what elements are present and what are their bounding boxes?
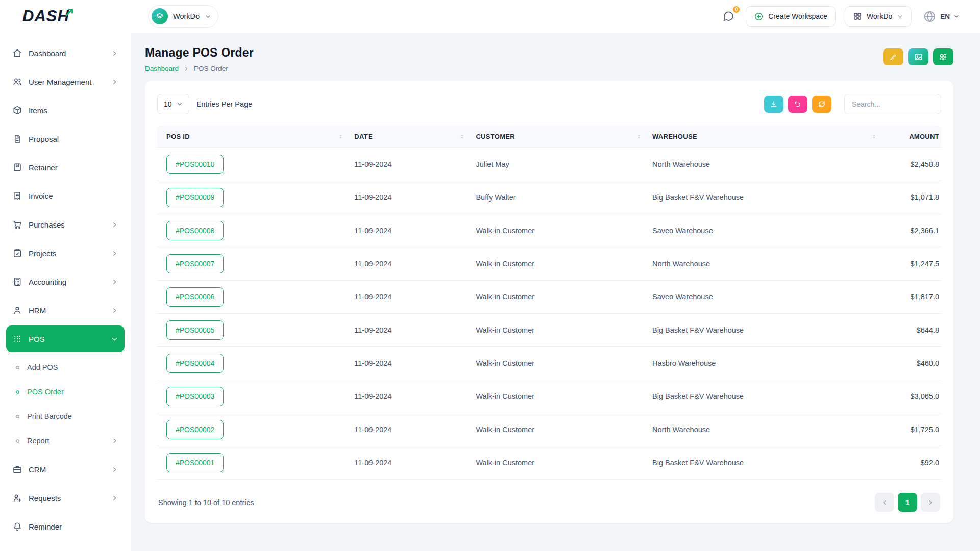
amount-cell: $1,725.0	[883, 413, 941, 446]
column-header-label: AMOUNT	[909, 133, 939, 140]
sidebar-item-proposal[interactable]: Proposal	[6, 126, 125, 152]
sidebar-subitem-add-pos[interactable]: Add POS	[6, 355, 125, 380]
cart-icon	[12, 219, 22, 230]
grid-icon	[853, 12, 862, 21]
circle-icon	[14, 438, 21, 444]
customer-cell: Walk-in Customer	[471, 247, 647, 281]
date-cell: 11-09-2024	[349, 314, 471, 347]
app-logo[interactable]: DASH	[22, 7, 76, 26]
amount-cell: $460.0	[883, 347, 941, 380]
clipboard-icon	[12, 248, 22, 258]
sidebar-subitem-report[interactable]: Report	[6, 429, 125, 453]
sidebar-item-invoice[interactable]: Invoice	[6, 183, 125, 209]
column-header-pos-id[interactable]: POS ID	[157, 126, 349, 148]
sidebar-item-user-management[interactable]: User Management	[6, 68, 125, 95]
pos-id-link[interactable]: #POS00009	[166, 188, 224, 207]
previous-page-button[interactable]	[875, 493, 894, 512]
sidebar-item-label: Requests	[29, 494, 61, 503]
sidebar-subitem-print-barcode[interactable]: Print Barcode	[6, 404, 125, 429]
pagination: 1	[875, 493, 940, 512]
breadcrumb-dashboard-link[interactable]: Dashboard	[145, 65, 179, 72]
pos-id-link[interactable]: #POS00005	[166, 320, 224, 340]
edit-button[interactable]	[883, 48, 903, 65]
sidebar-item-dashboard[interactable]: Dashboard	[6, 40, 125, 66]
pos-id-link[interactable]: #POS00003	[166, 387, 224, 406]
pos-id-link[interactable]: #POS00006	[166, 287, 224, 307]
pos-id-link[interactable]: #POS00010	[166, 155, 224, 174]
sidebar-item-reminder[interactable]: Reminder	[6, 513, 125, 540]
workspace-selector[interactable]: WorkDo	[148, 5, 218, 28]
pos-id-link[interactable]: #POS00008	[166, 221, 224, 240]
messages-badge: 0	[732, 5, 741, 14]
chevron-right-icon	[111, 249, 118, 257]
chevron-right-icon	[183, 66, 189, 72]
image-icon	[914, 53, 923, 61]
entries-per-page-select[interactable]: 10	[157, 94, 189, 114]
pos-id-link[interactable]: #POS00004	[166, 354, 224, 373]
sidebar-submenu-pos: Add POSPOS OrderPrint BarcodeReport	[6, 354, 125, 456]
page-title-block: Manage POS Order Dashboard POS Order	[145, 46, 254, 72]
messages-button[interactable]: 0	[720, 8, 737, 24]
create-workspace-button[interactable]: Create Workspace	[746, 6, 836, 27]
amount-cell: $92.0	[883, 446, 941, 480]
box-icon	[12, 105, 22, 115]
column-header-warehouse[interactable]: WAREHOUSE	[647, 126, 883, 148]
table-row: #POS0000611-09-2024Walk-in CustomerSaveo…	[157, 281, 941, 314]
table-row: #POS0000811-09-2024Walk-in CustomerSaveo…	[157, 214, 941, 247]
customer-cell: Walk-in Customer	[471, 446, 647, 480]
pos-id-cell: #POS00002	[157, 413, 349, 446]
export-button[interactable]	[764, 96, 783, 113]
table-row: #POS0000311-09-2024Walk-in CustomerBig B…	[157, 380, 941, 413]
sort-icon	[337, 133, 344, 140]
pos-id-cell: #POS00005	[157, 314, 349, 347]
page-1-button[interactable]: 1	[898, 493, 917, 512]
sidebar-item-label: Projects	[29, 249, 56, 258]
pos-id-cell: #POS00008	[157, 214, 349, 247]
chevron-right-icon	[111, 466, 118, 473]
sidebar-item-label: Proposal	[29, 135, 59, 143]
sidebar-subitem-label: Add POS	[27, 363, 58, 371]
amount-cell: $644.8	[883, 314, 941, 347]
customer-cell: Walk-in Customer	[471, 413, 647, 446]
sidebar-subitem-pos-order[interactable]: POS Order	[6, 380, 125, 404]
warehouse-cell: Big Basket F&V Warehouse	[647, 181, 883, 214]
sidebar-item-accounting[interactable]: Accounting	[6, 268, 125, 295]
column-header-date[interactable]: DATE	[349, 126, 471, 148]
amount-cell: $1,817.0	[883, 281, 941, 314]
undo-button[interactable]	[788, 96, 807, 113]
date-cell: 11-09-2024	[349, 281, 471, 314]
sidebar-item-retainer[interactable]: Retainer	[6, 154, 125, 181]
warehouse-cell: North Warehouse	[647, 413, 883, 446]
date-cell: 11-09-2024	[349, 347, 471, 380]
sidebar-item-items[interactable]: Items	[6, 97, 125, 123]
pos-id-link[interactable]: #POS00007	[166, 254, 224, 273]
customer-cell: Walk-in Customer	[471, 214, 647, 247]
chevron-down-icon	[177, 101, 183, 107]
workdo-menu-button[interactable]: WorkDo	[845, 6, 912, 27]
pos-order-card: 10 Entries Per Page	[145, 81, 953, 523]
sidebar-item-pos[interactable]: POS	[6, 325, 125, 352]
page-title: Manage POS Order	[145, 46, 254, 60]
sidebar-item-label: Purchases	[29, 220, 65, 229]
search-input[interactable]	[844, 94, 941, 114]
calculator-icon	[12, 277, 22, 287]
table-row: #POS0000511-09-2024Walk-in CustomerBig B…	[157, 314, 941, 347]
grid-view-button[interactable]	[933, 48, 953, 65]
sidebar-item-requests[interactable]: Requests	[6, 485, 125, 511]
sidebar-subitem-label: Report	[27, 437, 50, 445]
sidebar-item-hrm[interactable]: HRM	[6, 297, 125, 323]
refresh-button[interactable]	[812, 96, 831, 113]
next-page-button[interactable]	[921, 493, 940, 512]
pos-id-link[interactable]: #POS00001	[166, 453, 224, 472]
sidebar-item-label: Invoice	[29, 192, 53, 201]
sidebar-item-purchases[interactable]: Purchases	[6, 211, 125, 238]
language-selector[interactable]: EN	[921, 8, 962, 26]
sidebar-item-projects[interactable]: Projects	[6, 240, 125, 266]
image-button[interactable]	[908, 48, 928, 65]
column-header-label: CUSTOMER	[476, 133, 515, 140]
table-actions	[764, 94, 941, 114]
chevron-down-icon	[897, 13, 903, 20]
sidebar-item-crm[interactable]: CRM	[6, 456, 125, 483]
pos-id-link[interactable]: #POS00002	[166, 420, 224, 439]
column-header-customer[interactable]: CUSTOMER	[471, 126, 647, 148]
